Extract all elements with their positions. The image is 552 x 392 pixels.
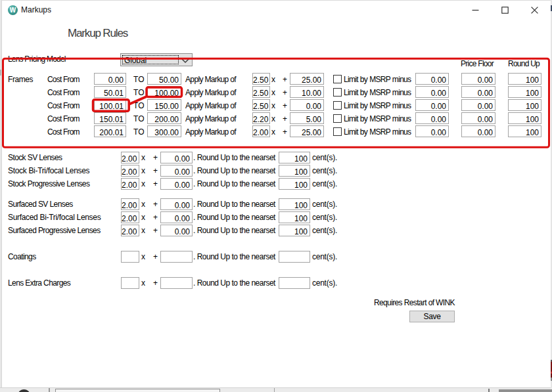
svg-text:W: W [10, 7, 16, 14]
